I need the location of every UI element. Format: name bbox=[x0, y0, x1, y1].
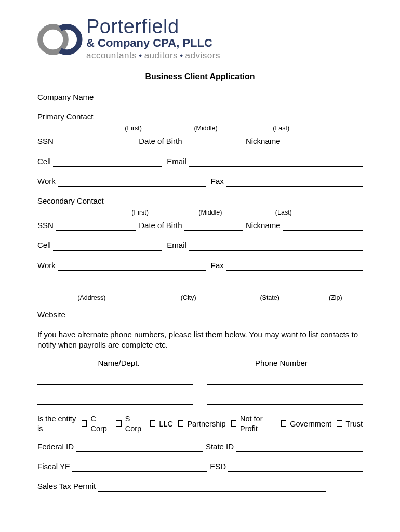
esd-input[interactable] bbox=[228, 463, 363, 472]
sales-tax-row: Sales Tax Permit bbox=[37, 481, 363, 491]
alt-phone-2[interactable] bbox=[207, 396, 363, 405]
website-row: Website bbox=[37, 310, 363, 320]
primary-work-row: Work Fax bbox=[37, 176, 363, 187]
logo-icon bbox=[37, 21, 83, 58]
company-name-label: Company Name bbox=[37, 92, 96, 102]
company-name-row: Company Name bbox=[37, 92, 363, 102]
alternate-note: If you have alternate phone numbers, ple… bbox=[37, 329, 363, 351]
checkbox-trust[interactable] bbox=[337, 420, 342, 427]
logo-header: Porterfield & Company CPA, PLLC accounta… bbox=[37, 17, 363, 62]
secondary-cell-input[interactable] bbox=[53, 243, 162, 251]
alt-name-2[interactable] bbox=[37, 396, 193, 405]
logo-tagline: accountants•auditors•advisors bbox=[86, 50, 220, 62]
primary-contact-input[interactable] bbox=[96, 114, 363, 122]
checkbox-llc[interactable] bbox=[150, 420, 155, 427]
secondary-email-input[interactable] bbox=[189, 243, 363, 251]
secondary-nickname-input[interactable] bbox=[283, 222, 363, 231]
alt-name-1[interactable] bbox=[37, 377, 193, 385]
primary-ssn-row: SSN Date of Birth Nickname bbox=[37, 136, 363, 147]
website-input[interactable] bbox=[68, 312, 363, 320]
primary-email-input[interactable] bbox=[189, 158, 363, 167]
secondary-ssn-row: SSN Date of Birth Nickname bbox=[37, 220, 363, 231]
federal-id-input[interactable] bbox=[76, 444, 203, 452]
primary-name-sublabels: (First) (Middle) (Last) bbox=[37, 124, 363, 133]
sales-tax-input[interactable] bbox=[98, 484, 326, 492]
form-title: Business Client Application bbox=[37, 71, 363, 83]
secondary-cell-row: Cell Email bbox=[37, 240, 363, 250]
address-sublabels: (Address) (City) (State) (Zip) bbox=[37, 294, 363, 302]
secondary-ssn-input[interactable] bbox=[56, 222, 136, 231]
primary-fax-input[interactable] bbox=[226, 178, 363, 187]
alt-phone-1[interactable] bbox=[207, 377, 363, 385]
fiscal-ye-input[interactable] bbox=[72, 463, 207, 472]
primary-nickname-input[interactable] bbox=[283, 139, 363, 147]
entity-row: Is the entity is C Corp S Corp LLC Partn… bbox=[37, 414, 363, 434]
primary-ssn-input[interactable] bbox=[56, 139, 136, 147]
secondary-work-row: Work Fax bbox=[37, 260, 363, 271]
federal-id-row: Federal ID State ID bbox=[37, 442, 363, 452]
secondary-work-input[interactable] bbox=[58, 262, 206, 271]
address-row bbox=[37, 283, 363, 291]
primary-work-input[interactable] bbox=[58, 178, 206, 187]
alt-row-2 bbox=[37, 396, 363, 405]
checkbox-scorp[interactable] bbox=[116, 420, 121, 427]
address-input[interactable] bbox=[37, 283, 363, 291]
secondary-dob-input[interactable] bbox=[184, 222, 243, 231]
primary-contact-row: Primary Contact bbox=[37, 112, 363, 122]
logo-subname: & Company CPA, PLLC bbox=[86, 36, 220, 50]
secondary-contact-label: Secondary Contact bbox=[37, 196, 106, 206]
secondary-contact-row: Secondary Contact bbox=[37, 196, 363, 206]
alt-row-1 bbox=[37, 377, 363, 385]
primary-contact-label: Primary Contact bbox=[37, 112, 96, 122]
checkbox-partnership[interactable] bbox=[178, 420, 183, 427]
primary-cell-input[interactable] bbox=[53, 158, 162, 167]
fiscal-ye-row: Fiscal YE ESD bbox=[37, 461, 363, 472]
primary-cell-row: Cell Email bbox=[37, 156, 363, 167]
logo-name: Porterfield bbox=[86, 17, 220, 36]
company-name-input[interactable] bbox=[96, 94, 363, 102]
primary-dob-input[interactable] bbox=[184, 139, 243, 147]
alt-columns-header: Name/Dept. Phone Number bbox=[37, 358, 363, 368]
secondary-fax-input[interactable] bbox=[226, 262, 363, 271]
secondary-contact-input[interactable] bbox=[106, 198, 363, 206]
secondary-name-sublabels: (First) (Middle) (Last) bbox=[37, 208, 363, 217]
checkbox-government[interactable] bbox=[281, 420, 286, 427]
state-id-input[interactable] bbox=[236, 444, 363, 452]
checkbox-notforprofit[interactable] bbox=[231, 420, 236, 427]
checkbox-ccorp[interactable] bbox=[82, 420, 87, 427]
